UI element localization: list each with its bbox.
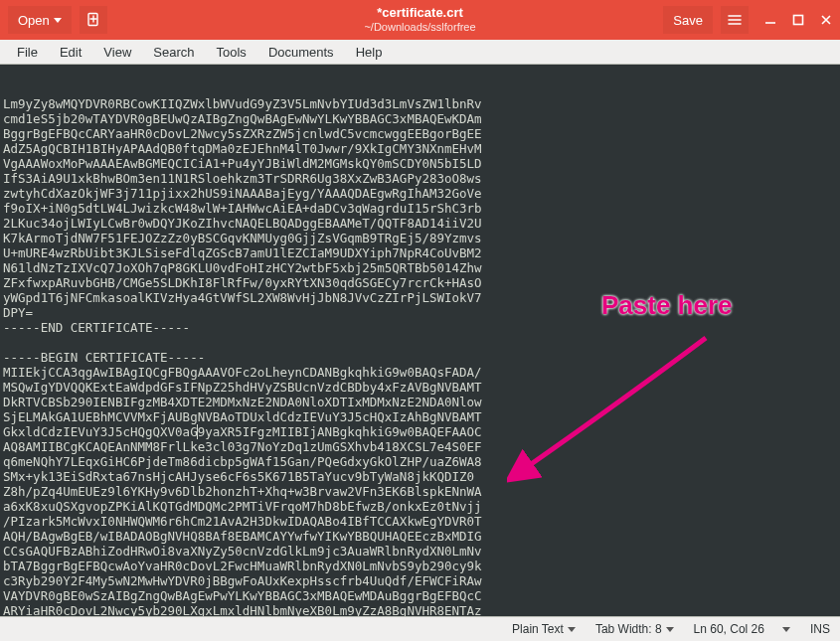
editor-line: BggrBgEFBQcCARYaaHR0cDovL2Nwcy5sZXRzZW5j… xyxy=(3,126,837,141)
maximize-icon xyxy=(792,14,804,26)
hamburger-menu-button[interactable] xyxy=(721,6,749,34)
save-button[interactable]: Save xyxy=(663,6,713,34)
syntax-mode-selector[interactable]: Plain Text xyxy=(512,622,576,636)
editor-line: ARYiaHR0cDovL2Nwcy5yb290LXgxLmxldHNlbmNy… xyxy=(3,603,837,616)
editor-line: ZFxfwxpARuvbGHB/CMGe5SLDKhI8FlRfFw/0yxRY… xyxy=(3,275,837,290)
editor-line: AQ8AMIIBCgKCAQEAnNMM8FrlLke3cl03g7NoYzDq… xyxy=(3,439,837,454)
cursor-position[interactable]: Ln 60, Col 26 xyxy=(694,622,790,636)
editor-line: bTA7BggrBgEFBQcwAoYvaHR0cDovL2FwcHMuaWRl… xyxy=(3,559,837,573)
editor-line: 2LKuc34ojLWIyLCwBr0wDQYJKoZIhvcNAQELBQAD… xyxy=(3,216,837,231)
menu-tools[interactable]: Tools xyxy=(208,42,255,63)
hamburger-icon xyxy=(727,12,743,28)
menu-help[interactable]: Help xyxy=(347,42,392,63)
editor-line: MSQwIgYDVQQKExtEaWdpdGFsIFNpZ25hdHVyZSBU… xyxy=(3,380,837,395)
new-document-button[interactable] xyxy=(80,6,107,34)
editor-line: Z8h/pZq4UmEUEz9l6YKHy9v6Dlb2honzhT+Xhq+w… xyxy=(3,484,837,499)
editor-line: CCsGAQUFBzABhiZodHRwOi8vaXNyZy50cnVzdGlk… xyxy=(3,544,837,559)
syntax-mode-label: Plain Text xyxy=(512,622,564,636)
chevron-down-icon xyxy=(568,627,576,632)
editor-line: DkRTVCBSb290IENBIFgzMB4XDTE2MDMxNzE2NDA0… xyxy=(3,395,837,409)
menu-documents[interactable]: Documents xyxy=(259,42,343,63)
minimize-icon xyxy=(764,14,776,26)
window-subtitle: ~/Downloads/sslforfree xyxy=(364,21,475,35)
editor-line: VgAAAWoxMoPwAAAEAwBGMEQCICiA1+Pu4yYJBiWl… xyxy=(3,156,837,171)
editor-line: GkxldCdzIEVuY3J5cHQgQXV0aG9yaXR5IFgzMIIB… xyxy=(3,424,837,439)
menubar: File Edit View Search Tools Documents He… xyxy=(0,40,840,65)
menu-search[interactable]: Search xyxy=(144,42,203,63)
menu-edit[interactable]: Edit xyxy=(51,42,90,63)
close-icon xyxy=(820,14,832,26)
editor-line: AQH/BAgwBgEB/wIBADAOBgNVHQ8BAf8EBAMCAYYw… xyxy=(3,529,837,544)
editor-line: N61ldNzTzIXVcQ7JoXOh7qP8GKLU0vdFoHIzHCY2… xyxy=(3,260,837,275)
editor-line: SMx+yk13EiSdRxta67nsHjcAHJyse6cF6s5K671B… xyxy=(3,469,837,484)
svg-rect-1 xyxy=(794,15,803,24)
editor-line: -----BEGIN CERTIFICATE----- xyxy=(3,350,837,365)
editor-line: Lm9yZy8wMQYDVR0RBCowKIIQZWxlbWVudG9yZ3V5… xyxy=(3,96,837,111)
maximize-button[interactable] xyxy=(792,13,804,28)
editor-line: U+mURE4wzRbUibt3KJLSiseFdlqZGScB7amU1lEZ… xyxy=(3,245,837,260)
editor-line: a6xK8xuQSXgvopZPKiAlKQTGdMDQMc2PMTiVFrqo… xyxy=(3,499,837,514)
editor-line: DPY= xyxy=(3,305,837,320)
text-editor[interactable]: Lm9yZy8wMQYDVR0RBCowKIIQZWxlbWVudG9yZ3V5… xyxy=(0,65,840,616)
insert-mode-label: INS xyxy=(810,622,830,636)
editor-line: VAYDVR0gBE0wSzAIBgZngQwBAgEwPwYLKwYBBAGC… xyxy=(3,588,837,603)
editor-line: c3Ryb290Y2F4My5wN2MwHwYDVR0jBBgwFoAUxKex… xyxy=(3,573,837,588)
open-label: Open xyxy=(18,13,50,28)
close-button[interactable] xyxy=(820,13,832,28)
new-document-icon xyxy=(85,12,101,28)
window-title: *certificate.crt xyxy=(364,5,475,21)
chevron-down-icon xyxy=(782,627,790,632)
cursor-position-label: Ln 60, Col 26 xyxy=(694,622,764,636)
menu-view[interactable]: View xyxy=(94,42,140,63)
editor-line: MIIEkjCCA3qgAwIBAgIQCgFBQgAAAVOFc2oLheyn… xyxy=(3,365,837,380)
editor-line: yWGpd1T6jNFCmkasoalKIVzHya4GtVWfSL2XW8Wv… xyxy=(3,290,837,305)
insert-mode[interactable]: INS xyxy=(810,622,830,636)
editor-line: f9oIX+iN0g5dtLW4LJwizkcW48wlW+IAHWwcAiEA… xyxy=(3,201,837,216)
open-button[interactable]: Open xyxy=(8,6,72,34)
editor-line: q6meNQhY7LEqxGiHC6PjdeTm86dicbp5gWAf15Ga… xyxy=(3,454,837,469)
editor-line: SjELMAkGA1UEBhMCVVMxFjAUBgNVBAoTDUxldCdz… xyxy=(3,409,837,424)
editor-line: IfS3AiA9U1xkBhwBOm3en11N1RSloehkzm3TrSDR… xyxy=(3,171,837,186)
titlebar: Open *certificate.crt ~/Downloads/sslfor… xyxy=(0,0,840,40)
editor-line: -----END CERTIFICATE----- xyxy=(3,320,837,335)
tab-width-selector[interactable]: Tab Width: 8 xyxy=(595,622,674,636)
menu-file[interactable]: File xyxy=(8,42,47,63)
statusbar: Plain Text Tab Width: 8 Ln 60, Col 26 IN… xyxy=(0,616,840,641)
editor-line xyxy=(3,335,837,350)
editor-line: cmd1eS5jb20wTAYDVR0gBEUwQzAIBgZngQwBAgEw… xyxy=(3,111,837,126)
save-label: Save xyxy=(673,13,703,28)
tab-width-label: Tab Width: 8 xyxy=(595,622,662,636)
editor-line: K7kArmoTjdNW7F51FEJOZzZz0yBSCGqvKNMUyg0G… xyxy=(3,231,837,245)
editor-line: /PIzark5McWvxI0NHWQWM6r6hCm21AvA2H3DkwID… xyxy=(3,514,837,529)
minimize-button[interactable] xyxy=(764,13,776,28)
editor-line: zwtyhCdXazOkjWF3j711pjixx2hUS9iNAAABajEy… xyxy=(3,186,837,201)
chevron-down-icon xyxy=(54,18,62,23)
editor-line: AdZ5AgQCBIH1BIHyAPAAdQB0ftqDMa0zEJEhnM4l… xyxy=(3,141,837,156)
chevron-down-icon xyxy=(666,627,674,632)
